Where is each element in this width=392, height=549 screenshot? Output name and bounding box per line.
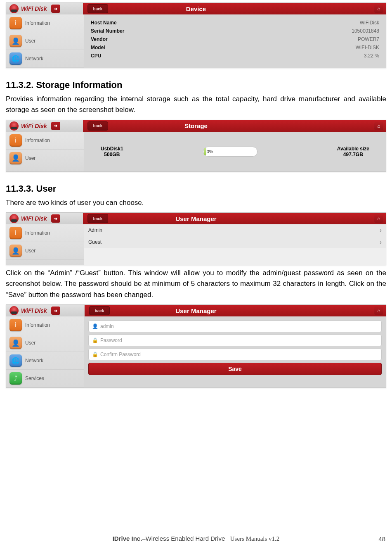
lock-icon: 🔒 xyxy=(92,337,98,343)
app-header: WiFi Disk ➜ back User Manager ⌂ xyxy=(6,305,386,316)
brand-text: WiFi Disk xyxy=(21,215,47,222)
back-button[interactable]: back xyxy=(87,121,108,131)
lock-icon: 🔒 xyxy=(92,352,98,357)
password-field[interactable]: 🔒 Password xyxy=(88,335,382,346)
sidebar-item-label: User xyxy=(25,155,35,161)
user-form: 👤 admin 🔒 Password 🔒 Confirm Password Sa… xyxy=(84,316,386,387)
back-button[interactable]: back xyxy=(87,4,108,13)
brand-logo-icon xyxy=(9,214,19,223)
info-row: Serial Number1050001848 xyxy=(90,27,380,35)
footer-product: –Wireless Enabled Hard Drive xyxy=(142,535,225,542)
info-icon: i xyxy=(9,17,22,29)
user-list: Admin › Guest › xyxy=(84,224,386,265)
sidebar-item-label: Network xyxy=(25,358,43,364)
info-row: VendorPOWER7 xyxy=(90,35,380,43)
device-info-panel: Host NameWiFiDisk Serial Number105000184… xyxy=(84,14,386,68)
person-icon: 👤 xyxy=(92,323,98,329)
home-icon[interactable]: ⌂ xyxy=(374,214,383,223)
home-icon[interactable]: ⌂ xyxy=(374,5,383,13)
paragraph: There are two kinds of user you can choo… xyxy=(6,197,386,208)
sidebar-item-services[interactable]: ⤴ Services xyxy=(6,370,84,387)
sidebar-item-label: User xyxy=(25,248,35,254)
heading-user: 11.3.3. User xyxy=(6,183,386,194)
brand-text: WiFi Disk xyxy=(21,5,47,12)
brand-area: WiFi Disk ➜ xyxy=(6,213,83,224)
back-button[interactable]: back xyxy=(87,214,108,223)
user-row-admin[interactable]: Admin › xyxy=(84,224,386,236)
username-value: admin xyxy=(100,323,114,329)
exit-icon[interactable]: ➜ xyxy=(51,307,60,315)
paragraph: Click on the “Admin” /“Guest” button. Th… xyxy=(6,268,386,300)
home-icon[interactable]: ⌂ xyxy=(374,307,383,315)
available-info: Available size 497.7GB xyxy=(337,146,369,157)
sidebar-item-label: Information xyxy=(25,230,50,236)
save-button[interactable]: Save xyxy=(88,363,382,375)
back-button[interactable]: back xyxy=(89,306,110,315)
network-icon: 🌐 xyxy=(9,354,22,367)
user-row-label: Admin xyxy=(88,227,102,233)
brand-text: WiFi Disk xyxy=(21,123,47,129)
sidebar-item-user[interactable]: 👤 User xyxy=(6,32,84,50)
info-icon: i xyxy=(9,227,22,239)
info-row: Host NameWiFiDisk xyxy=(90,19,380,27)
sidebar: i Information 👤 User xyxy=(6,132,84,171)
sidebar-item-network[interactable]: 🌐 Network xyxy=(6,50,84,68)
user-row-label: Guest xyxy=(88,239,102,245)
chevron-right-icon: › xyxy=(380,239,382,245)
usage-progress: 0% xyxy=(203,147,257,157)
info-row: ModelWIFI-DISK xyxy=(90,43,380,52)
confirm-password-field[interactable]: 🔒 Confirm Password xyxy=(88,349,382,360)
sidebar-item-information[interactable]: i Information xyxy=(6,132,84,150)
sidebar-item-label: User xyxy=(25,340,35,346)
exit-icon[interactable]: ➜ xyxy=(51,5,60,13)
sidebar-item-information[interactable]: i Information xyxy=(6,14,84,32)
chevron-right-icon: › xyxy=(380,227,382,233)
page-title: User Manager xyxy=(175,307,216,314)
page-footer: IDrive Inc.–Wireless Enabled Hard Drive … xyxy=(0,535,392,542)
app-header: WiFi Disk ➜ back Storage ⌂ xyxy=(6,120,386,132)
page-title: Device xyxy=(186,5,206,12)
app-header: WiFi Disk ➜ back Device ⌂ xyxy=(6,3,386,14)
sidebar-item-label: Network xyxy=(25,56,43,62)
sidebar-item-label: Information xyxy=(25,20,50,26)
screenshot-device: WiFi Disk ➜ back Device ⌂ i Information … xyxy=(6,2,386,68)
sidebar-item-network[interactable]: 🌐 Network xyxy=(6,352,84,370)
home-icon[interactable]: ⌂ xyxy=(374,122,383,130)
sidebar-item-user[interactable]: 👤 User xyxy=(6,242,84,260)
password-placeholder: Password xyxy=(100,337,122,343)
confirm-placeholder: Confirm Password xyxy=(100,352,141,357)
paragraph: Provides information regarding the inter… xyxy=(6,94,386,116)
sidebar-item-label: Services xyxy=(25,376,44,381)
network-icon: 🌐 xyxy=(9,52,22,65)
sidebar: i Information 👤 User xyxy=(6,224,84,265)
storage-panel: UsbDisk1 500GB 0% Available size 497.7GB xyxy=(84,132,386,171)
page-title: User Manager xyxy=(175,215,216,222)
brand-logo-icon xyxy=(9,306,19,315)
brand-text: WiFi Disk xyxy=(21,307,47,314)
sidebar-item-information[interactable]: i Information xyxy=(6,224,84,242)
sidebar-item-label: User xyxy=(25,38,35,44)
services-icon: ⤴ xyxy=(9,372,22,385)
app-header: WiFi Disk ➜ back User Manager ⌂ xyxy=(6,213,386,224)
user-icon: 👤 xyxy=(9,152,22,164)
user-row-guest[interactable]: Guest › xyxy=(84,236,386,248)
info-icon: i xyxy=(9,319,22,331)
sidebar-item-label: Information xyxy=(25,322,50,328)
user-icon: 👤 xyxy=(9,337,22,349)
usage-percent: 0% xyxy=(207,149,213,154)
sidebar-item-label: Information xyxy=(25,138,50,143)
sidebar-item-user[interactable]: 👤 User xyxy=(6,150,84,167)
sidebar: i Information 👤 User 🌐 Network ⤴ Service… xyxy=(6,316,84,387)
sidebar-item-user[interactable]: 👤 User xyxy=(6,334,84,352)
page-number: 48 xyxy=(378,535,385,542)
exit-icon[interactable]: ➜ xyxy=(51,214,60,223)
info-icon: i xyxy=(9,134,22,147)
exit-icon[interactable]: ➜ xyxy=(51,122,60,130)
footer-manual: Users Manuals v1.2 xyxy=(230,535,280,542)
footer-company: IDrive Inc. xyxy=(113,535,142,542)
brand-area: WiFi Disk ➜ xyxy=(6,120,83,132)
info-row: CPU3.22 % xyxy=(90,52,380,60)
brand-area: WiFi Disk ➜ xyxy=(6,305,85,316)
username-field[interactable]: 👤 admin xyxy=(88,321,382,332)
sidebar-item-information[interactable]: i Information xyxy=(6,316,84,334)
